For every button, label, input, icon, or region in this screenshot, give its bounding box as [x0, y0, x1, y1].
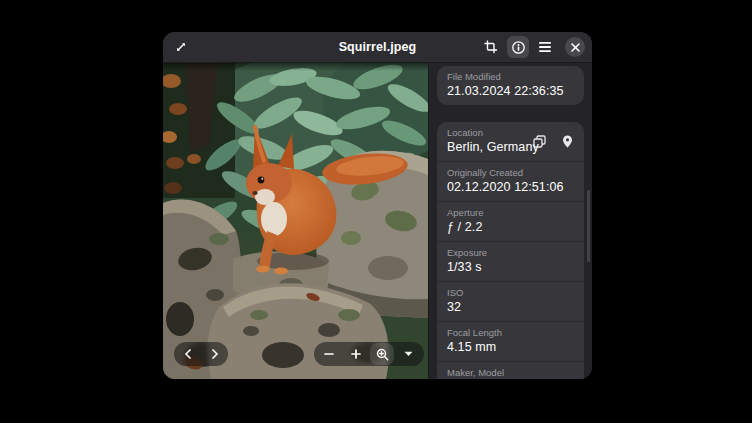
- window-title: Squirrel.jpeg: [339, 40, 417, 54]
- property-label: File Modified: [447, 71, 574, 83]
- main-menu-button[interactable]: [534, 36, 556, 58]
- copy-icon: [533, 135, 546, 148]
- close-icon: [571, 43, 580, 52]
- chevron-right-icon: [211, 349, 219, 359]
- chevron-left-icon: [184, 349, 192, 359]
- location-actions: [528, 131, 578, 153]
- plus-icon: [351, 349, 361, 359]
- property-label: Exposure: [447, 247, 574, 259]
- minus-icon: [324, 349, 334, 359]
- property-row-file-modified: File Modified 21.03.2024 22:36:35: [437, 66, 584, 105]
- zoom-out-button[interactable]: [317, 343, 341, 365]
- properties-group-file: File Modified 21.03.2024 22:36:35: [437, 66, 584, 105]
- properties-panel[interactable]: File Modified 21.03.2024 22:36:35 Locati…: [428, 63, 592, 379]
- zoom-controls-pill: [314, 342, 424, 366]
- property-value: 1/33 s: [447, 259, 574, 275]
- panel-scrollbar[interactable]: [587, 190, 590, 262]
- next-image-button[interactable]: [203, 343, 227, 365]
- info-button[interactable]: [507, 36, 529, 58]
- fullscreen-expand-icon: [174, 40, 188, 54]
- property-value: 02.12.2020 12:51:06: [447, 179, 574, 195]
- properties-group-exif: Location Berlin, Germany: [437, 122, 584, 379]
- property-value: ƒ / 2.2: [447, 219, 574, 235]
- property-label: ISO: [447, 287, 574, 299]
- info-icon: [511, 40, 526, 55]
- magnifier-plus-icon: [376, 348, 389, 361]
- property-label: Maker, Model: [447, 367, 574, 379]
- property-row-focal-length: Focal Length 4.15 mm: [437, 321, 584, 361]
- photo-canvas[interactable]: [163, 63, 428, 379]
- close-button[interactable]: [565, 37, 585, 57]
- image-viewer-window: Squirrel.jpeg: [163, 32, 592, 379]
- map-pin-icon: [562, 135, 573, 148]
- navigation-pill: [174, 342, 228, 366]
- property-row-maker-model: Maker, Model Apple iPhone 6: [437, 361, 584, 379]
- property-label: Aperture: [447, 207, 574, 219]
- desktop: { "window": { "title": "Squirrel.jpeg", …: [0, 0, 752, 423]
- property-value: 32: [447, 299, 574, 315]
- chevron-down-icon: [404, 351, 413, 357]
- property-label: Originally Created: [447, 167, 574, 179]
- previous-image-button[interactable]: [176, 343, 200, 365]
- photo-squirrel: [163, 63, 428, 379]
- property-value: 21.03.2024 22:36:35: [447, 83, 574, 99]
- zoom-menu-button[interactable]: [397, 343, 421, 365]
- header-actions: [480, 36, 585, 58]
- zoom-toggle-button[interactable]: [370, 343, 394, 365]
- open-map-button[interactable]: [556, 131, 578, 153]
- property-row-location: Location Berlin, Germany: [437, 122, 584, 161]
- property-label: Focal Length: [447, 327, 574, 339]
- property-row-aperture: Aperture ƒ / 2.2: [437, 201, 584, 241]
- fullscreen-button[interactable]: [170, 36, 192, 58]
- property-value: 4.15 mm: [447, 339, 574, 355]
- crop-button[interactable]: [480, 36, 502, 58]
- copy-location-button[interactable]: [528, 131, 550, 153]
- window-content: File Modified 21.03.2024 22:36:35 Locati…: [163, 63, 592, 379]
- header-bar: Squirrel.jpeg: [163, 32, 592, 63]
- property-row-iso: ISO 32: [437, 281, 584, 321]
- property-row-originally-created: Originally Created 02.12.2020 12:51:06: [437, 161, 584, 201]
- zoom-in-button[interactable]: [344, 343, 368, 365]
- hamburger-menu-icon: [538, 41, 552, 53]
- crop-icon: [484, 40, 498, 54]
- property-row-exposure: Exposure 1/33 s: [437, 241, 584, 281]
